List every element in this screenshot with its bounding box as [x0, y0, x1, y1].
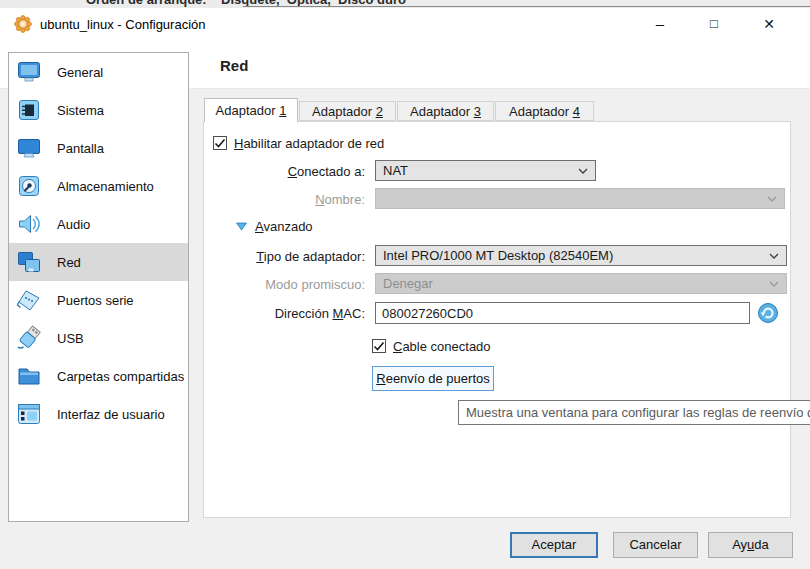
- sidebar-item-label: Interfaz de usuario: [57, 407, 165, 422]
- advanced-label: Avanzado: [255, 219, 313, 234]
- tab-adaptador-4[interactable]: Adaptador 4: [495, 101, 594, 121]
- background-fragment-line: [243, 6, 810, 7]
- help-button[interactable]: Ayuda: [708, 532, 793, 558]
- sidebar-item-label: General: [57, 65, 103, 80]
- sidebar-item-pantalla[interactable]: Pantalla: [9, 129, 188, 167]
- window-title: ubuntu_linux - Configuración: [40, 8, 206, 42]
- sidebar-item-label: Puertos serie: [57, 293, 134, 308]
- sidebar-item-label: USB: [57, 331, 84, 346]
- sidebar-item-audio[interactable]: Audio: [9, 205, 188, 243]
- attached-to-value: NAT: [383, 163, 572, 178]
- advanced-expander[interactable]: Avanzado: [236, 219, 313, 234]
- attached-to-select[interactable]: NAT: [375, 160, 596, 181]
- sidebar-item-general[interactable]: General: [9, 53, 188, 91]
- network-icon: [15, 248, 43, 276]
- sidebar-item-label: Almacenamiento: [57, 179, 154, 194]
- mac-address-input[interactable]: 080027260CD0: [375, 302, 750, 324]
- background-window-fragment: Orden de arranque: Disquete, Óptica, Dis…: [0, 0, 810, 8]
- cancel-button[interactable]: Cancelar: [613, 532, 698, 558]
- sidebar-item-label: Red: [57, 255, 81, 270]
- promiscuous-mode-value: Denegar: [383, 276, 763, 291]
- sidebar-item-label: Sistema: [57, 103, 104, 118]
- cable-connected-label: Cable conectado: [393, 339, 491, 354]
- audio-icon: [15, 210, 43, 238]
- expander-triangle-icon: [236, 222, 247, 231]
- system-icon: [15, 96, 43, 124]
- adapter-type-select[interactable]: Intel PRO/1000 MT Desktop (82540EM): [375, 245, 787, 266]
- sidebar-item-label: Carpetas compartidas: [57, 369, 184, 384]
- maximize-button[interactable]: □: [691, 8, 737, 42]
- refresh-icon: [757, 302, 779, 324]
- sidebar-item-sistema[interactable]: Sistema: [9, 91, 188, 129]
- enable-adapter-checkbox[interactable]: [213, 136, 227, 150]
- tab-label: Adaptador 1: [216, 103, 287, 118]
- mac-address-value: 080027260CD0: [382, 306, 473, 321]
- port-forwarding-button[interactable]: Reenvío de puertos: [372, 366, 494, 391]
- chevron-down-icon: [769, 253, 779, 259]
- tab-adaptador-1[interactable]: Adaptador 1: [204, 98, 298, 122]
- promiscuous-mode-label: Modo promiscuo:: [203, 277, 365, 292]
- chevron-down-icon: [769, 281, 779, 287]
- adapter-type-value: Intel PRO/1000 MT Desktop (82540EM): [383, 248, 763, 263]
- user-interface-icon: [15, 400, 43, 428]
- general-icon: [15, 58, 43, 86]
- page-title: Red: [220, 57, 248, 74]
- sidebar-item-almacenamiento[interactable]: Almacenamiento: [9, 167, 188, 205]
- adapter-type-label: Tipo de adaptador:: [203, 249, 365, 264]
- generate-mac-button[interactable]: [757, 302, 779, 324]
- sidebar-item-label: Audio: [57, 217, 90, 232]
- attached-to-label: Conectado a:: [203, 164, 365, 179]
- sidebar-item-usb[interactable]: USB: [9, 319, 188, 357]
- port-forwarding-tooltip: Muestra una ventana para configurar las …: [458, 400, 810, 425]
- check-icon: [373, 341, 385, 352]
- cable-connected-checkbox[interactable]: [372, 339, 386, 353]
- serial-ports-icon: [15, 286, 43, 314]
- promiscuous-mode-select: Denegar: [375, 273, 787, 294]
- close-button[interactable]: ✕: [746, 8, 792, 42]
- vbox-settings-icon: [14, 15, 32, 33]
- tab-adaptador-3[interactable]: Adaptador 3: [397, 101, 494, 121]
- sidebar-item-label: Pantalla: [57, 141, 104, 156]
- tab-label: Adaptador 2: [312, 104, 383, 119]
- usb-icon: [15, 324, 43, 352]
- accept-button[interactable]: Aceptar: [510, 532, 598, 558]
- sidebar-item-red[interactable]: Red: [9, 243, 188, 281]
- sidebar-item-puertos-serie[interactable]: Puertos serie: [9, 281, 188, 319]
- chevron-down-icon: [767, 196, 777, 202]
- mac-address-label: Dirección MAC:: [203, 306, 365, 321]
- tab-label: Adaptador 3: [410, 104, 481, 119]
- titlebar: ubuntu_linux - Configuración – □ ✕: [0, 8, 810, 42]
- enable-adapter-label: Habilitar adaptador de red: [234, 136, 384, 151]
- display-icon: [15, 134, 43, 162]
- name-select: [375, 188, 785, 209]
- storage-icon: [15, 172, 43, 200]
- tab-label: Adaptador 4: [509, 104, 580, 119]
- tab-adaptador-2[interactable]: Adaptador 2: [299, 101, 396, 121]
- name-label: Nombre:: [203, 192, 365, 207]
- check-icon: [214, 138, 226, 149]
- sidebar-item-carpetas-compartidas[interactable]: Carpetas compartidas: [9, 357, 188, 395]
- sidebar: General Sistema: [8, 52, 189, 522]
- sidebar-item-interfaz-usuario[interactable]: Interfaz de usuario: [9, 395, 188, 433]
- shared-folders-icon: [15, 362, 43, 390]
- settings-window: Orden de arranque: Disquete, Óptica, Dis…: [0, 0, 810, 569]
- minimize-button[interactable]: –: [637, 8, 683, 42]
- chevron-down-icon: [578, 168, 588, 174]
